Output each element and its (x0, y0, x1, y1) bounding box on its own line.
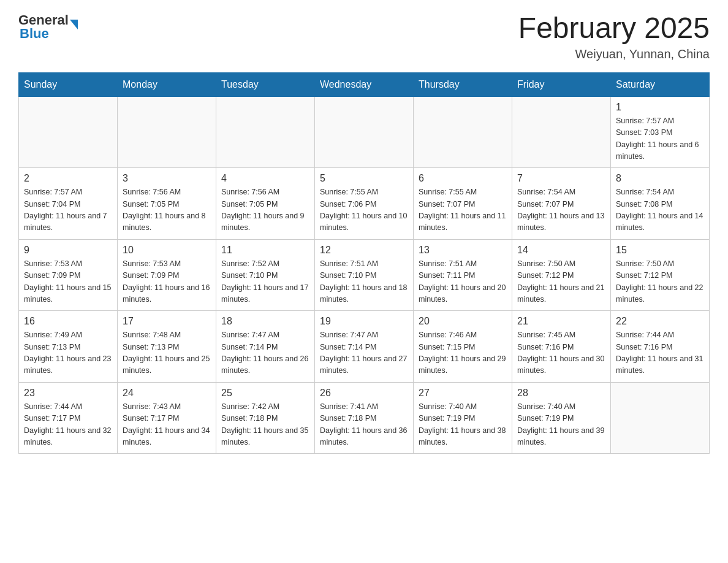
day-number: 8 (616, 173, 704, 184)
day-info: Sunrise: 7:57 AMSunset: 7:04 PMDaylight:… (24, 186, 112, 234)
calendar-cell: 9Sunrise: 7:53 AMSunset: 7:09 PMDaylight… (19, 239, 118, 311)
calendar-cell (19, 96, 118, 168)
calendar-cell: 27Sunrise: 7:40 AMSunset: 7:19 PMDayligh… (414, 382, 512, 454)
calendar-cell: 3Sunrise: 7:56 AMSunset: 7:05 PMDaylight… (118, 168, 216, 240)
calendar-cell: 24Sunrise: 7:43 AMSunset: 7:17 PMDayligh… (118, 382, 216, 454)
week-row-1: 1Sunrise: 7:57 AMSunset: 7:03 PMDaylight… (19, 96, 710, 168)
day-info: Sunrise: 7:48 AMSunset: 7:13 PMDaylight:… (123, 329, 211, 377)
day-header-wednesday: Wednesday (315, 72, 414, 96)
week-row-2: 2Sunrise: 7:57 AMSunset: 7:04 PMDaylight… (19, 168, 710, 240)
title-block: February 2025 Weiyuan, Yunnan, China (518, 12, 710, 61)
calendar-cell: 12Sunrise: 7:51 AMSunset: 7:10 PMDayligh… (315, 239, 414, 311)
calendar-cell: 26Sunrise: 7:41 AMSunset: 7:18 PMDayligh… (315, 382, 414, 454)
day-header-sunday: Sunday (19, 72, 118, 96)
day-number: 11 (221, 245, 309, 256)
day-info: Sunrise: 7:47 AMSunset: 7:14 PMDaylight:… (320, 329, 408, 377)
calendar-cell: 23Sunrise: 7:44 AMSunset: 7:17 PMDayligh… (19, 382, 118, 454)
day-info: Sunrise: 7:56 AMSunset: 7:05 PMDaylight:… (221, 186, 309, 234)
day-number: 28 (517, 388, 605, 399)
day-number: 14 (517, 245, 605, 256)
day-info: Sunrise: 7:44 AMSunset: 7:16 PMDaylight:… (616, 329, 704, 377)
day-info: Sunrise: 7:49 AMSunset: 7:13 PMDaylight:… (24, 329, 112, 377)
calendar-cell: 11Sunrise: 7:52 AMSunset: 7:10 PMDayligh… (216, 239, 315, 311)
day-info: Sunrise: 7:52 AMSunset: 7:10 PMDaylight:… (221, 258, 309, 306)
day-number: 12 (320, 245, 408, 256)
calendar-cell: 7Sunrise: 7:54 AMSunset: 7:07 PMDaylight… (512, 168, 611, 240)
calendar-cell (611, 382, 710, 454)
day-header-friday: Friday (512, 72, 611, 96)
day-info: Sunrise: 7:50 AMSunset: 7:12 PMDaylight:… (616, 258, 704, 306)
calendar-cell: 1Sunrise: 7:57 AMSunset: 7:03 PMDaylight… (611, 96, 710, 168)
day-number: 1 (616, 102, 704, 113)
day-number: 21 (517, 316, 605, 327)
day-info: Sunrise: 7:54 AMSunset: 7:07 PMDaylight:… (517, 186, 605, 234)
calendar-title: February 2025 (518, 12, 710, 45)
day-info: Sunrise: 7:53 AMSunset: 7:09 PMDaylight:… (123, 258, 211, 306)
calendar-table: SundayMondayTuesdayWednesdayThursdayFrid… (18, 72, 710, 454)
calendar-cell: 4Sunrise: 7:56 AMSunset: 7:05 PMDaylight… (216, 168, 315, 240)
day-header-monday: Monday (118, 72, 216, 96)
day-number: 25 (221, 388, 309, 399)
day-header-thursday: Thursday (414, 72, 512, 96)
day-number: 18 (221, 316, 309, 327)
calendar-cell (315, 96, 414, 168)
calendar-cell: 22Sunrise: 7:44 AMSunset: 7:16 PMDayligh… (611, 311, 710, 383)
day-header-saturday: Saturday (611, 72, 710, 96)
calendar-cell: 6Sunrise: 7:55 AMSunset: 7:07 PMDaylight… (414, 168, 512, 240)
calendar-cell (216, 96, 315, 168)
calendar-cell (512, 96, 611, 168)
day-number: 17 (123, 316, 211, 327)
day-info: Sunrise: 7:56 AMSunset: 7:05 PMDaylight:… (123, 186, 211, 234)
calendar-subtitle: Weiyuan, Yunnan, China (518, 47, 710, 61)
day-number: 7 (517, 173, 605, 184)
day-number: 9 (24, 245, 112, 256)
day-number: 19 (320, 316, 408, 327)
calendar-cell: 16Sunrise: 7:49 AMSunset: 7:13 PMDayligh… (19, 311, 118, 383)
day-number: 13 (419, 245, 507, 256)
calendar-cell: 14Sunrise: 7:50 AMSunset: 7:12 PMDayligh… (512, 239, 611, 311)
day-number: 6 (419, 173, 507, 184)
day-info: Sunrise: 7:51 AMSunset: 7:10 PMDaylight:… (320, 258, 408, 306)
day-info: Sunrise: 7:46 AMSunset: 7:15 PMDaylight:… (419, 329, 507, 377)
day-number: 15 (616, 245, 704, 256)
calendar-cell: 19Sunrise: 7:47 AMSunset: 7:14 PMDayligh… (315, 311, 414, 383)
calendar-cell: 13Sunrise: 7:51 AMSunset: 7:11 PMDayligh… (414, 239, 512, 311)
day-number: 22 (616, 316, 704, 327)
calendar-cell: 15Sunrise: 7:50 AMSunset: 7:12 PMDayligh… (611, 239, 710, 311)
day-info: Sunrise: 7:50 AMSunset: 7:12 PMDaylight:… (517, 258, 605, 306)
day-info: Sunrise: 7:54 AMSunset: 7:08 PMDaylight:… (616, 186, 704, 234)
day-info: Sunrise: 7:40 AMSunset: 7:19 PMDaylight:… (517, 401, 605, 449)
calendar-cell: 21Sunrise: 7:45 AMSunset: 7:16 PMDayligh… (512, 311, 611, 383)
calendar-cell: 17Sunrise: 7:48 AMSunset: 7:13 PMDayligh… (118, 311, 216, 383)
day-number: 23 (24, 388, 112, 399)
day-number: 27 (419, 388, 507, 399)
day-info: Sunrise: 7:51 AMSunset: 7:11 PMDaylight:… (419, 258, 507, 306)
day-number: 20 (419, 316, 507, 327)
calendar-cell: 25Sunrise: 7:42 AMSunset: 7:18 PMDayligh… (216, 382, 315, 454)
week-row-5: 23Sunrise: 7:44 AMSunset: 7:17 PMDayligh… (19, 382, 710, 454)
day-number: 5 (320, 173, 408, 184)
day-number: 2 (24, 173, 112, 184)
day-info: Sunrise: 7:40 AMSunset: 7:19 PMDaylight:… (419, 401, 507, 449)
day-info: Sunrise: 7:55 AMSunset: 7:06 PMDaylight:… (320, 186, 408, 234)
day-info: Sunrise: 7:47 AMSunset: 7:14 PMDaylight:… (221, 329, 309, 377)
week-row-4: 16Sunrise: 7:49 AMSunset: 7:13 PMDayligh… (19, 311, 710, 383)
calendar-cell: 5Sunrise: 7:55 AMSunset: 7:06 PMDaylight… (315, 168, 414, 240)
day-info: Sunrise: 7:53 AMSunset: 7:09 PMDaylight:… (24, 258, 112, 306)
calendar-cell: 20Sunrise: 7:46 AMSunset: 7:15 PMDayligh… (414, 311, 512, 383)
day-info: Sunrise: 7:55 AMSunset: 7:07 PMDaylight:… (419, 186, 507, 234)
day-info: Sunrise: 7:45 AMSunset: 7:16 PMDaylight:… (517, 329, 605, 377)
calendar-cell (118, 96, 216, 168)
days-header-row: SundayMondayTuesdayWednesdayThursdayFrid… (19, 72, 710, 96)
day-number: 24 (123, 388, 211, 399)
week-row-3: 9Sunrise: 7:53 AMSunset: 7:09 PMDaylight… (19, 239, 710, 311)
page-header: General Blue February 2025 Weiyuan, Yunn… (18, 12, 710, 61)
day-number: 26 (320, 388, 408, 399)
calendar-cell (414, 96, 512, 168)
day-info: Sunrise: 7:41 AMSunset: 7:18 PMDaylight:… (320, 401, 408, 449)
day-info: Sunrise: 7:43 AMSunset: 7:17 PMDaylight:… (123, 401, 211, 449)
calendar-cell: 28Sunrise: 7:40 AMSunset: 7:19 PMDayligh… (512, 382, 611, 454)
day-info: Sunrise: 7:44 AMSunset: 7:17 PMDaylight:… (24, 401, 112, 449)
calendar-cell: 10Sunrise: 7:53 AMSunset: 7:09 PMDayligh… (118, 239, 216, 311)
day-number: 16 (24, 316, 112, 327)
